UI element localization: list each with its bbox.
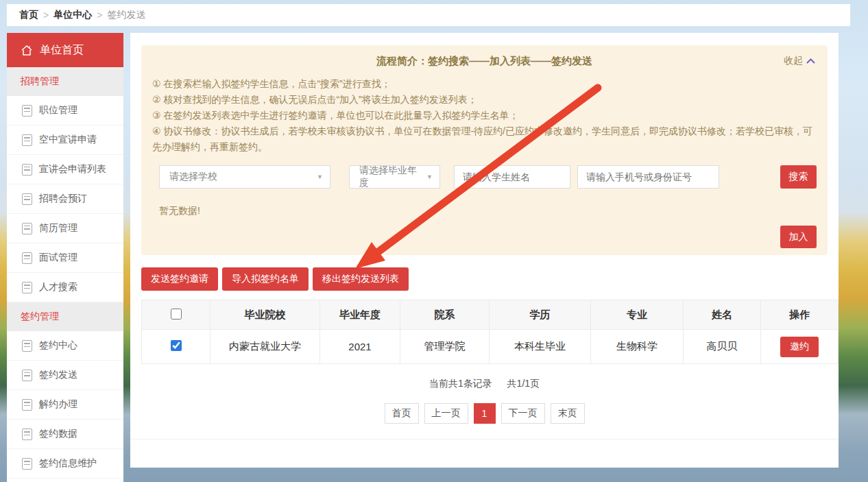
- collapse-label: 收起: [784, 55, 803, 67]
- record-count: 当前共1条记录: [429, 378, 492, 389]
- sidebar-item-label: 签约发送: [39, 369, 77, 381]
- search-button[interactable]: 搜索: [780, 165, 817, 189]
- chevron-down-icon: ▼: [317, 173, 323, 180]
- cell-department: 管理学院: [400, 330, 490, 364]
- sidebar-item-label: 解约办理: [39, 398, 77, 411]
- sidebar-item-label: 宣讲会申请列表: [39, 163, 106, 176]
- document-icon: [22, 105, 32, 117]
- school-select[interactable]: 请选择学校 ▼: [159, 165, 330, 189]
- sidebar-item-air-presentation-apply[interactable]: 空中宣讲申请: [7, 125, 123, 155]
- sidebar-header-label: 单位首页: [40, 43, 84, 58]
- sidebar-section-signing: 签约管理: [7, 302, 123, 331]
- sidebar-item-label: 职位管理: [39, 104, 77, 117]
- cell-degree: 本科生毕业: [490, 330, 591, 364]
- table-header-row: 毕业院校 毕业年度 院系 学历 专业 姓名 操作: [142, 300, 839, 330]
- intro-step-3: ③ 在签约发送列表选中学生进行签约邀请，单位也可以在此批量导入拟签约学生名单；: [152, 108, 817, 123]
- sidebar-section-recruitment: 招聘管理: [7, 67, 123, 96]
- intro-step-2: ② 核对查找到的学生信息，确认无误后点击“加入”将该生加入签约发送列表；: [152, 92, 817, 108]
- header-degree: 学历: [490, 300, 591, 330]
- cell-name: 高贝贝: [684, 330, 761, 364]
- remove-from-list-button[interactable]: 移出签约发送列表: [313, 267, 409, 291]
- document-icon: [22, 340, 32, 352]
- intro-step-1: ① 在搜索栏输入拟签约学生信息，点击“搜索”进行查找；: [152, 76, 817, 92]
- page-count: 共1/1页: [507, 378, 540, 389]
- sidebar-item-resume-management[interactable]: 简历管理: [7, 214, 123, 243]
- page-current-button[interactable]: 1: [474, 403, 496, 424]
- breadcrumb: 首页 > 单位中心 > 签约发送: [7, 4, 850, 26]
- year-select-value: 请选择毕业年度: [359, 165, 421, 189]
- sidebar-item-label: 签约数据: [39, 428, 77, 440]
- document-icon: [22, 458, 32, 470]
- document-icon: [22, 223, 32, 234]
- sidebar-item-label: 面试管理: [39, 252, 77, 264]
- header-department: 院系: [400, 300, 490, 330]
- sidebar-item-talent-search[interactable]: 人才搜索: [7, 273, 123, 302]
- breadcrumb-separator: >: [43, 10, 49, 21]
- header-major: 专业: [591, 300, 684, 330]
- invite-button[interactable]: 邀约: [780, 337, 819, 357]
- sidebar-item-interview-management[interactable]: 面试管理: [7, 243, 123, 273]
- join-button[interactable]: 加入: [780, 226, 817, 248]
- sidebar-item-signing-send[interactable]: 签约发送: [7, 361, 123, 390]
- sidebar-item-label: 签约信息维护: [39, 457, 97, 470]
- page-next-button[interactable]: 下一页: [501, 403, 545, 424]
- breadcrumb-item-home[interactable]: 首页: [19, 9, 38, 21]
- sidebar-item-presentation-apply-list[interactable]: 宣讲会申请列表: [7, 155, 123, 184]
- page-first-button[interactable]: 首页: [385, 403, 419, 424]
- document-icon: [22, 429, 32, 440]
- empty-data-text: 暂无数据!: [152, 205, 817, 217]
- pagination: 首页 上一页 1 下一页 末页: [130, 403, 839, 424]
- school-select-value: 请选择学校: [169, 171, 217, 183]
- document-icon: [22, 193, 32, 205]
- home-icon: [21, 45, 33, 56]
- document-icon: [22, 370, 32, 381]
- collapse-button[interactable]: 收起: [784, 55, 815, 67]
- cell-year: 2021: [320, 330, 400, 364]
- intro-panel: 流程简介：签约搜索——加入列表——签约发送 收起 ① 在搜索栏输入拟签约学生信息…: [141, 45, 828, 255]
- intro-steps: ① 在搜索栏输入拟签约学生信息，点击“搜索”进行查找； ② 核对查找到的学生信息…: [152, 76, 817, 155]
- sidebar-item-signing-data[interactable]: 签约数据: [7, 420, 123, 449]
- bottom-divider: [130, 439, 839, 439]
- search-form: 请选择学校 ▼ 请选择毕业年度 ▼ 搜索: [152, 165, 817, 189]
- breadcrumb-current-page: 签约发送: [107, 9, 145, 21]
- chevron-up-icon: [806, 58, 815, 64]
- header-year: 毕业年度: [320, 300, 400, 330]
- pagination-summary: 当前共1条记录 共1/1页: [130, 378, 839, 390]
- send-invite-button[interactable]: 发送签约邀请: [141, 267, 218, 291]
- main-content: 流程简介：签约搜索——加入列表——签约发送 收起 ① 在搜索栏输入拟签约学生信息…: [130, 33, 839, 468]
- sidebar-item-job-fair-booking[interactable]: 招聘会预订: [7, 184, 123, 214]
- graduation-year-select[interactable]: 请选择毕业年度 ▼: [349, 165, 440, 189]
- row-checkbox[interactable]: [171, 340, 182, 351]
- header-school: 毕业院校: [210, 300, 320, 330]
- sidebar-item-label: 空中宣讲申请: [39, 134, 97, 146]
- intro-title: 流程简介：签约搜索——加入列表——签约发送: [152, 55, 817, 68]
- document-icon: [22, 399, 32, 411]
- breadcrumb-separator: >: [97, 10, 102, 21]
- select-all-checkbox[interactable]: [171, 309, 182, 320]
- page-prev-button[interactable]: 上一页: [424, 403, 468, 424]
- student-name-input[interactable]: [454, 165, 570, 189]
- signing-send-table: 毕业院校 毕业年度 院系 学历 专业 姓名 操作 内蒙古就业大学 2021 管理…: [141, 300, 839, 364]
- intro-step-4: ④ 协议书修改：协议书生成后，若学校未审核该协议书，单位可在数据管理-待应约/已…: [152, 123, 817, 155]
- header-name: 姓名: [684, 300, 761, 330]
- phone-id-input[interactable]: [577, 165, 719, 189]
- sidebar-item-signing-info-maintenance[interactable]: 签约信息维护: [7, 449, 123, 479]
- sidebar-item-label: 人才搜索: [39, 281, 77, 293]
- sidebar-item-label: 签约中心: [39, 339, 77, 352]
- breadcrumb-item-unit-center[interactable]: 单位中心: [53, 9, 92, 21]
- sidebar-item-label: 招聘会预订: [39, 193, 87, 205]
- sidebar-item-signing-center[interactable]: 签约中心: [7, 331, 123, 361]
- sidebar: 单位首页 招聘管理 职位管理 空中宣讲申请 宣讲会申请列表 招聘会预订 简历管理…: [7, 33, 123, 482]
- import-list-button[interactable]: 导入拟签约名单: [222, 267, 309, 291]
- document-icon: [22, 252, 32, 264]
- page-last-button[interactable]: 末页: [551, 403, 585, 424]
- header-action: 操作: [761, 300, 839, 330]
- document-icon: [22, 282, 32, 293]
- chevron-down-icon: ▼: [426, 173, 433, 180]
- document-icon: [22, 134, 32, 146]
- sidebar-header-unit-home[interactable]: 单位首页: [7, 33, 123, 67]
- sidebar-item-termination[interactable]: 解约办理: [7, 390, 123, 420]
- sidebar-item-label: 简历管理: [39, 222, 77, 234]
- sidebar-item-position-management[interactable]: 职位管理: [7, 96, 123, 125]
- action-buttons: 发送签约邀请 导入拟签约名单 移出签约发送列表: [141, 267, 409, 291]
